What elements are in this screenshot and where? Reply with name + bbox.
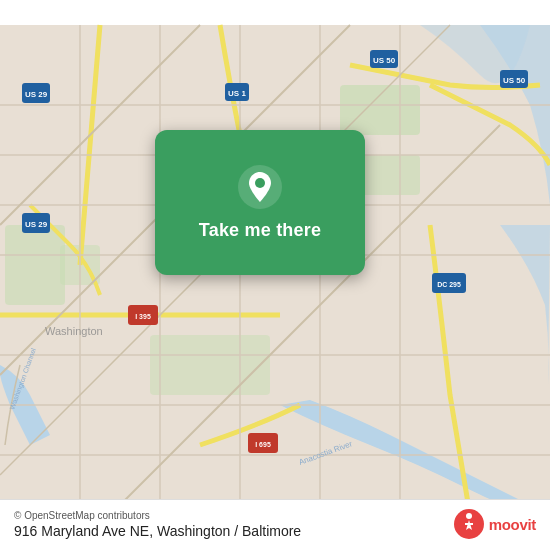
svg-text:US 50: US 50	[503, 76, 526, 85]
svg-point-43	[255, 178, 265, 188]
cta-card[interactable]: Take me there	[155, 130, 365, 275]
moovit-logo-icon	[453, 508, 485, 540]
map-svg: US 29 US 29 US 1 US 50 US 50 I 395 I 695…	[0, 0, 550, 550]
svg-text:I 395: I 395	[135, 313, 151, 320]
address-text: 916 Maryland Ave NE, Washington / Baltim…	[14, 523, 301, 539]
location-pin-icon	[237, 164, 283, 210]
svg-rect-2	[5, 225, 65, 305]
svg-text:US 1: US 1	[228, 89, 246, 98]
bottom-left-info: © OpenStreetMap contributors 916 Marylan…	[14, 510, 301, 539]
svg-rect-4	[150, 335, 270, 395]
svg-rect-1	[340, 85, 420, 135]
svg-rect-5	[360, 155, 420, 195]
bottom-bar: © OpenStreetMap contributors 916 Marylan…	[0, 499, 550, 550]
svg-text:I 695: I 695	[255, 441, 271, 448]
map-container: US 29 US 29 US 1 US 50 US 50 I 395 I 695…	[0, 0, 550, 550]
svg-text:Washington: Washington	[45, 325, 103, 337]
svg-point-45	[466, 513, 472, 519]
cta-label: Take me there	[199, 220, 321, 241]
svg-text:US 50: US 50	[373, 56, 396, 65]
moovit-logo: moovit	[453, 508, 536, 540]
moovit-text: moovit	[489, 516, 536, 533]
svg-text:US 29: US 29	[25, 90, 48, 99]
osm-credit: © OpenStreetMap contributors	[14, 510, 301, 521]
svg-text:US 29: US 29	[25, 220, 48, 229]
svg-text:DC 295: DC 295	[437, 281, 461, 288]
